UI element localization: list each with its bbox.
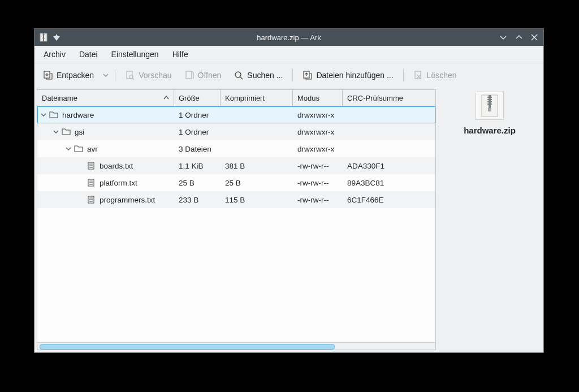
table-body[interactable]: hardware1 Ordnerdrwxrwxr-xgsi1 Ordnerdrw… [37,106,435,342]
folder-icon [74,144,84,153]
extract-button[interactable]: Entpacken [38,67,99,83]
pin-icon[interactable] [53,33,61,41]
folder-icon [61,127,71,136]
svg-point-10 [235,72,241,77]
preview-label: Vorschau [139,71,171,80]
svg-rect-2 [42,35,45,35]
expander-icon[interactable] [52,129,60,135]
file-table: Dateiname Größe Komprimiert Modus CRC-Pr… [37,89,436,350]
col-mode[interactable]: Modus [293,90,343,106]
file-list-pane: Dateiname Größe Komprimiert Modus CRC-Pr… [34,87,436,352]
file-icon [86,161,96,170]
search-label: Suchen ... [247,71,283,80]
file-icon [86,178,96,187]
table-row[interactable]: gsi1 Ordnerdrwxrwxr-x [37,123,435,140]
open-button: Öffnen [179,67,227,83]
cell-crc: 6C1F466E [343,196,435,204]
svg-rect-27 [487,97,492,98]
cell-mode: drwxrwxr-x [293,111,343,119]
cell-mode: drwxrwxr-x [293,145,343,153]
col-crc[interactable]: CRC-Prüfsumme [343,90,435,106]
titlebar: hardware.zip — Ark [34,29,543,46]
app-icon [39,33,48,42]
menu-archive[interactable]: Archiv [38,48,71,61]
table-row[interactable]: platform.txt25 B25 B-rw-rw-r--89A3BC81 [37,174,435,191]
svg-rect-3 [42,36,45,36]
menubar: Archiv Datei Einstellungen Hilfe [34,46,543,63]
extract-dropdown[interactable] [101,72,110,79]
table-row[interactable]: hardware1 Ordnerdrwxrwxr-x [37,106,435,123]
window-title: hardware.zip — Ark [34,33,543,42]
cell-size: 25 B [174,179,221,187]
file-icon [86,195,96,204]
svg-rect-30 [487,104,492,105]
toolbar-sep [403,69,404,81]
svg-rect-9 [186,71,192,79]
horizontal-scrollbar[interactable] [37,342,435,350]
svg-rect-28 [487,99,492,100]
maximize-button[interactable] [515,33,523,41]
body: Dateiname Größe Komprimiert Modus CRC-Pr… [34,87,543,352]
file-name: gsi [75,128,84,136]
folder-icon [49,110,59,119]
cell-size: 1 Ordner [174,128,221,136]
svg-rect-29 [487,101,492,102]
table-row[interactable]: avr3 Dateiendrwxrwxr-x [37,140,435,157]
delete-label: Löschen [427,71,457,80]
add-files-button[interactable]: Dateien hinzufügen ... [297,67,398,83]
info-pane: hardware.zip [436,87,543,352]
menu-settings[interactable]: Einstellungen [106,48,165,61]
open-label: Öffnen [198,71,222,80]
cell-size: 1,1 KiB [174,162,221,170]
cell-size: 233 B [174,196,221,204]
file-name: boards.txt [100,162,133,170]
minimize-button[interactable] [499,33,507,41]
file-name: platform.txt [100,179,137,187]
scrollbar-thumb[interactable] [40,344,335,350]
cell-crc: ADA330F1 [343,162,435,170]
svg-rect-5 [42,38,45,38]
file-name: avr [87,145,98,153]
cell-compressed: 25 B [221,179,293,187]
toolbar: Entpacken Vorschau Öffnen Suchen ... Dat… [34,63,543,87]
table-row[interactable]: boards.txt1,1 KiB381 B-rw-rw-r--ADA330F1 [37,157,435,174]
col-name[interactable]: Dateiname [37,90,174,106]
toolbar-sep [292,69,293,81]
app-window: hardware.zip — Ark Archiv Datei Einstell… [34,28,544,353]
cell-compressed: 115 B [221,196,293,204]
search-button[interactable]: Suchen ... [228,67,288,83]
cell-crc: 89A3BC81 [343,179,435,187]
cell-size: 3 Dateien [174,145,221,153]
cell-size: 1 Ordner [174,111,221,119]
menu-help[interactable]: Hilfe [167,48,194,61]
cell-mode: drwxrwxr-x [293,128,343,136]
cell-mode: -rw-rw-r-- [293,179,343,187]
col-compressed[interactable]: Komprimiert [221,90,293,106]
expander-icon[interactable] [40,112,47,118]
svg-rect-4 [42,37,45,37]
table-row[interactable]: programmers.txt233 B115 B-rw-rw-r--6C1F4… [37,191,435,208]
cell-mode: -rw-rw-r-- [293,196,343,204]
expander-icon[interactable] [64,146,72,152]
add-files-label: Dateien hinzufügen ... [316,71,393,80]
delete-button: Löschen [408,67,462,83]
table-header: Dateiname Größe Komprimiert Modus CRC-Pr… [37,90,435,106]
close-button[interactable] [531,34,538,41]
col-size[interactable]: Größe [174,90,221,106]
cell-compressed: 381 B [221,162,293,170]
menu-file[interactable]: Datei [74,48,103,61]
archive-name: hardware.zip [464,126,516,135]
archive-icon [476,92,504,120]
cell-mode: -rw-rw-r-- [293,162,343,170]
preview-button: Vorschau [120,67,176,83]
file-name: hardware [62,111,94,119]
svg-rect-31 [488,108,491,111]
sort-asc-icon [163,94,169,102]
extract-label: Entpacken [57,71,94,80]
file-name: programmers.txt [100,196,155,204]
toolbar-sep [115,69,115,81]
